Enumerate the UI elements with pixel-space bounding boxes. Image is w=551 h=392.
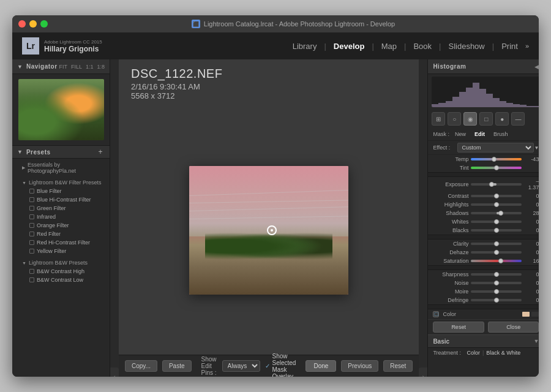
- color-swatches: [522, 312, 539, 317]
- preset-red-hi-contrast[interactable]: Red Hi-Contrast Filter: [12, 238, 110, 247]
- show-overlay-label[interactable]: ✓ Show Selected Mask Overlay: [265, 353, 296, 377]
- one-to-one-label[interactable]: 1:1: [86, 64, 94, 70]
- histogram-collapse[interactable]: ◀: [534, 64, 539, 70]
- slider-tint-track[interactable]: [471, 167, 522, 169]
- panel-close-button[interactable]: Close: [488, 322, 539, 333]
- navigator-collapse-arrow[interactable]: ▼: [17, 64, 23, 70]
- preset-orange-filter[interactable]: Orange Filter: [12, 221, 110, 230]
- previous-button[interactable]: Previous: [341, 360, 378, 372]
- preset-group-bw-filter-title[interactable]: ▼ Lightroom B&W Filter Presets: [12, 178, 110, 187]
- preset-item-icon: [29, 277, 34, 282]
- preset-group-bw-filter: ▼ Lightroom B&W Filter Presets Blue Filt…: [12, 176, 110, 257]
- close-button[interactable]: [18, 20, 26, 28]
- reset-close-row: Reset Close: [428, 319, 539, 334]
- presets-collapse-arrow[interactable]: ▼: [17, 149, 23, 155]
- tool-dot[interactable]: ●: [495, 112, 509, 126]
- slider-noise-thumb[interactable]: [494, 281, 499, 285]
- treatment-color[interactable]: Color: [467, 350, 480, 356]
- tool-circle[interactable]: ○: [448, 112, 461, 126]
- slider-saturation-track[interactable]: [471, 260, 522, 262]
- right-panel-toggle[interactable]: ›: [419, 368, 427, 377]
- slider-moire-thumb[interactable]: [494, 289, 499, 294]
- color-swatch-warm[interactable]: [522, 312, 530, 317]
- slider-clarity-track[interactable]: [471, 243, 522, 245]
- mask-new-btn[interactable]: New: [452, 130, 469, 138]
- slider-blacks-track[interactable]: [471, 229, 522, 232]
- slider-whites-thumb[interactable]: [494, 219, 499, 224]
- slider-dehaze-thumb[interactable]: [494, 250, 499, 255]
- nav-slideshow[interactable]: Slideshow: [443, 39, 489, 53]
- slider-contrast-track[interactable]: [471, 195, 522, 197]
- nav-more[interactable]: »: [525, 42, 529, 50]
- panel-reset-button[interactable]: Reset: [433, 322, 484, 333]
- paste-button[interactable]: Paste: [162, 360, 192, 372]
- slider-exposure: Exposure – 1.37: [428, 177, 539, 192]
- slider-highlights-track[interactable]: [471, 203, 522, 206]
- slider-shadows-thumb[interactable]: [498, 211, 503, 216]
- tool-grid[interactable]: ⊞: [432, 112, 445, 126]
- mask-edit-btn[interactable]: Edit: [471, 130, 488, 138]
- preset-yellow-filter[interactable]: Yellow Filter: [12, 247, 110, 255]
- slider-whites-track[interactable]: [471, 221, 522, 223]
- slider-highlights: Highlights 0: [428, 200, 539, 209]
- fill-label[interactable]: FILL: [71, 64, 82, 70]
- preset-bw-contrast-low[interactable]: B&W Contrast Low: [12, 276, 110, 284]
- preset-green-filter[interactable]: Green Filter: [12, 204, 110, 213]
- nav-library[interactable]: Library: [288, 39, 322, 53]
- nav-develop[interactable]: Develop: [329, 39, 370, 53]
- slider-saturation-thumb[interactable]: [498, 258, 503, 263]
- slider-exposure-thumb[interactable]: [489, 182, 494, 187]
- add-preset-button[interactable]: +: [96, 148, 105, 156]
- nav-print[interactable]: Print: [497, 39, 523, 53]
- preset-blue-filter[interactable]: Blue Filter: [12, 187, 110, 195]
- slider-dehaze-track[interactable]: [471, 251, 522, 254]
- slider-exposure-track[interactable]: [471, 183, 522, 186]
- left-panel-toggle[interactable]: ‹: [110, 368, 119, 377]
- slider-defringe-track[interactable]: [471, 299, 522, 301]
- nav-map[interactable]: Map: [377, 39, 402, 53]
- slider-tint-thumb[interactable]: [494, 165, 499, 170]
- minimize-button[interactable]: [29, 20, 37, 28]
- effect-select[interactable]: Custom: [457, 143, 534, 153]
- preset-bw-contrast-high[interactable]: B&W Contrast High: [12, 267, 110, 276]
- preset-red-filter[interactable]: Red Filter: [12, 230, 110, 238]
- edit-pins-select[interactable]: Always: [222, 360, 260, 372]
- color-checkbox[interactable]: ☐: [433, 311, 439, 317]
- fullscreen-button[interactable]: [40, 20, 48, 28]
- treatment-bw[interactable]: Black & White: [486, 350, 520, 356]
- app-info: Adobe Lightroom CC 2015 Hillary Grigonis: [44, 39, 102, 53]
- slider-highlights-thumb[interactable]: [494, 202, 499, 207]
- preset-item-icon: [29, 249, 34, 254]
- basic-expand-arrow[interactable]: ▼: [533, 338, 539, 344]
- mask-brush-btn[interactable]: Brush: [490, 130, 511, 138]
- slider-blacks-thumb[interactable]: [494, 228, 499, 233]
- slider-noise-track[interactable]: [471, 282, 522, 284]
- fit-label[interactable]: FIT: [59, 64, 67, 70]
- copy-button[interactable]: Copy...: [125, 360, 157, 372]
- preset-group-essentials-title[interactable]: ▶ Essentials by PhotographyPla.net: [12, 160, 110, 175]
- tool-minus[interactable]: —: [511, 112, 525, 126]
- slider-shadows: Shadows 28: [428, 209, 539, 217]
- slider-clarity-thumb[interactable]: [494, 241, 499, 246]
- preset-group-bw-presets-title[interactable]: ▼ Lightroom B&W Presets: [12, 258, 110, 267]
- slider-defringe-thumb[interactable]: [494, 298, 499, 303]
- slider-temp-track[interactable]: [471, 158, 522, 160]
- slider-sharpness-thumb[interactable]: [494, 272, 499, 277]
- preset-infrared[interactable]: Infrared: [12, 213, 110, 221]
- reset-button[interactable]: Reset: [383, 360, 413, 372]
- tool-rect[interactable]: □: [479, 112, 493, 126]
- preset-blue-hi-contrast[interactable]: Blue Hi-Contrast Filter: [12, 195, 110, 204]
- slider-sharpness: Sharpness 0: [428, 270, 539, 279]
- effect-dropdown-arrow[interactable]: ▼: [534, 145, 539, 151]
- slider-shadows-track[interactable]: [471, 212, 522, 214]
- slider-sharpness-track[interactable]: [471, 273, 522, 276]
- done-button[interactable]: Done: [305, 360, 336, 372]
- slider-temp-thumb[interactable]: [492, 157, 497, 162]
- slider-contrast-thumb[interactable]: [494, 194, 499, 198]
- slider-moire-track[interactable]: [471, 290, 522, 293]
- main-content: ▼ Navigator FIT FILL 1:1 1:8 ▼ Presets +: [12, 59, 539, 377]
- color-swatch-dark[interactable]: [531, 312, 539, 317]
- tool-radial[interactable]: ◉: [463, 112, 477, 126]
- zoom-label[interactable]: 1:8: [97, 64, 105, 70]
- nav-book[interactable]: Book: [408, 39, 437, 53]
